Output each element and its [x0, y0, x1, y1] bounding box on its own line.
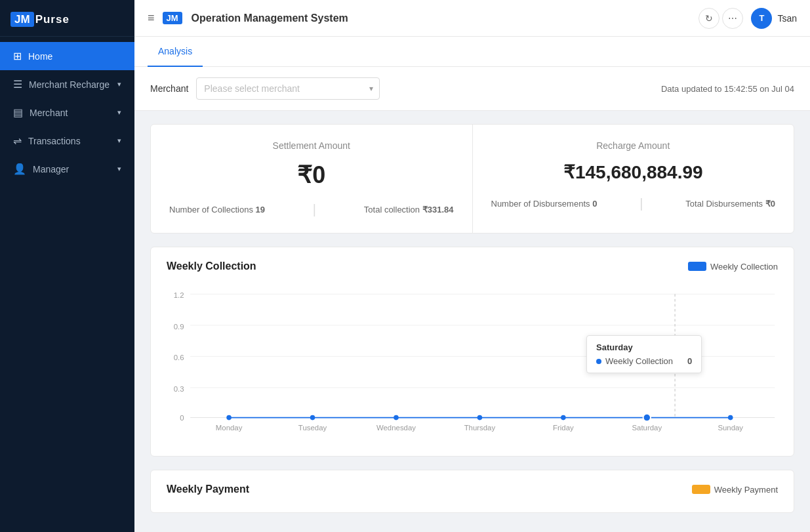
collections-label: Number of Collections 19	[169, 205, 265, 215]
tab-analysis[interactable]: Analysis	[148, 37, 203, 67]
svg-text:Monday: Monday	[216, 424, 243, 432]
sidebar-nav: ⊞ Home ☰ Merchant Recharge ▾ ▤ Merchant …	[0, 37, 134, 532]
user-name: Tsan	[777, 13, 797, 24]
sidebar-item-label: Transactions	[28, 136, 81, 146]
sidebar-item-home[interactable]: ⊞ Home	[0, 42, 134, 70]
sidebar-logo: JMPurse	[0, 0, 134, 37]
weekly-collection-title: Weekly Collection	[167, 260, 256, 272]
page-title: Operation Management System	[192, 12, 694, 24]
svg-point-19	[310, 415, 315, 420]
svg-text:Wednesday: Wednesday	[376, 424, 416, 432]
svg-text:Tuseday: Tuseday	[298, 424, 327, 432]
sidebar-item-label: Home	[28, 51, 52, 62]
stat-divider: |	[313, 202, 316, 217]
svg-point-20	[394, 415, 399, 420]
merchant-select-wrapper: ▾ Please select merchant	[196, 77, 380, 100]
svg-text:Friday: Friday	[553, 424, 574, 432]
sidebar-item-merchant[interactable]: ▤ Merchant ▾	[0, 98, 134, 127]
recharge-stats: Number of Disbursements 0 | Total Disbur…	[491, 196, 776, 211]
main-panel: ≡ JM Operation Management System ↻ ⋯ T T…	[134, 0, 810, 532]
ellipsis-icon: ⋯	[728, 13, 737, 24]
page-content: Settlement Amount ₹0 Number of Collectio…	[134, 111, 810, 532]
logo-jm: JM	[10, 12, 34, 27]
chart-header: Weekly Collection Weekly Collection	[167, 260, 778, 272]
header-logo-badge: JM	[163, 12, 182, 24]
refresh-icon: ↻	[705, 13, 713, 24]
svg-text:0: 0	[180, 414, 184, 422]
sidebar-item-merchant-recharge[interactable]: ☰ Merchant Recharge ▾	[0, 70, 134, 98]
legend-label: Weekly Collection	[710, 262, 778, 272]
weekly-payment-legend: Weekly Payment	[692, 485, 778, 495]
settlement-title: Settlement Amount	[169, 140, 454, 151]
user-menu[interactable]: T Tsan	[751, 8, 797, 29]
merchant-recharge-icon: ☰	[13, 78, 22, 91]
weekly-collection-section: Weekly Collection Weekly Collection 1.2 …	[150, 247, 794, 457]
svg-text:1.2: 1.2	[174, 291, 184, 299]
svg-text:0.3: 0.3	[174, 385, 184, 393]
settlement-card: Settlement Amount ₹0 Number of Collectio…	[151, 125, 473, 233]
stat-divider: |	[639, 196, 643, 211]
svg-point-22	[561, 415, 566, 420]
sidebar-item-label: Merchant	[30, 108, 68, 118]
summary-cards: Settlement Amount ₹0 Number of Collectio…	[150, 124, 794, 234]
chart-container: 1.2 0.9 0.6 0.3 0 Monday Tuseday	[167, 283, 778, 443]
svg-point-24	[728, 415, 733, 420]
data-updated: Data updated to 15:42:55 on Jul 04	[661, 84, 794, 94]
settlement-amount: ₹0	[169, 161, 454, 189]
svg-text:Thursday: Thursday	[464, 424, 496, 432]
chevron-down-icon: ▾	[117, 165, 121, 173]
svg-text:0.9: 0.9	[174, 323, 184, 331]
sidebar-item-manager[interactable]: 👤 Manager ▾	[0, 155, 134, 183]
header: ≡ JM Operation Management System ↻ ⋯ T T…	[134, 0, 810, 37]
recharge-amount: ₹145,680,884.99	[491, 161, 776, 183]
recharge-title: Recharge Amount	[491, 140, 776, 151]
sidebar-item-transactions[interactable]: ⇌ Transactions ▾	[0, 127, 134, 155]
transactions-icon: ⇌	[13, 134, 22, 147]
recharge-card: Recharge Amount ₹145,680,884.99 Number o…	[473, 125, 794, 233]
chevron-down-icon: ▾	[117, 108, 121, 117]
tab-label: Analysis	[158, 46, 192, 56]
total-collection: Total collection ₹331.84	[364, 205, 454, 215]
sidebar: JMPurse ⊞ Home ☰ Merchant Recharge ▾ ▤ M…	[0, 0, 134, 532]
weekly-collection-chart-svg: 1.2 0.9 0.6 0.3 0 Monday Tuseday	[167, 283, 778, 440]
logo-text: JMPurse	[10, 10, 70, 27]
sidebar-item-label: Manager	[33, 164, 69, 174]
svg-point-21	[477, 415, 483, 420]
svg-text:Saturday: Saturday	[632, 424, 662, 432]
logo-purse: Purse	[35, 13, 70, 26]
chevron-down-icon: ▾	[117, 136, 121, 145]
svg-point-23	[643, 414, 651, 421]
filter-left: Merchant ▾ Please select merchant	[150, 77, 380, 100]
weekly-payment-header: Weekly Payment Weekly Payment	[167, 483, 778, 495]
svg-text:Sunday: Sunday	[718, 424, 743, 432]
sidebar-item-label: Merchant Recharge	[29, 79, 110, 90]
filter-bar: Merchant ▾ Please select merchant Data u…	[134, 67, 810, 111]
more-options-button[interactable]: ⋯	[722, 8, 743, 29]
svg-text:0.6: 0.6	[174, 354, 184, 361]
weekly-payment-section: Weekly Payment Weekly Payment	[150, 470, 794, 513]
tabs-bar: Analysis	[134, 37, 810, 67]
merchant-label: Merchant	[150, 83, 188, 94]
payment-legend-color-box	[692, 485, 710, 494]
chevron-down-icon: ▾	[117, 80, 121, 89]
toggle-sidebar-button[interactable]: ≡	[148, 11, 155, 25]
merchant-select[interactable]	[196, 77, 380, 100]
svg-point-18	[226, 415, 232, 420]
chart-legend: Weekly Collection	[688, 262, 778, 272]
weekly-payment-title: Weekly Payment	[167, 483, 249, 495]
manager-icon: 👤	[13, 163, 26, 175]
refresh-button[interactable]: ↻	[699, 8, 719, 29]
settlement-stats: Number of Collections 19 | Total collect…	[169, 202, 454, 217]
avatar: T	[751, 8, 772, 29]
home-icon: ⊞	[13, 50, 22, 62]
header-logo: JM	[163, 12, 186, 24]
merchant-icon: ▤	[13, 106, 23, 119]
legend-color-box	[688, 262, 706, 271]
total-disbursements: Total Disbursements ₹0	[685, 199, 775, 209]
disbursements-label: Number of Disbursements 0	[491, 199, 597, 209]
payment-legend-label: Weekly Payment	[714, 485, 778, 495]
avatar-initials: T	[759, 13, 764, 23]
